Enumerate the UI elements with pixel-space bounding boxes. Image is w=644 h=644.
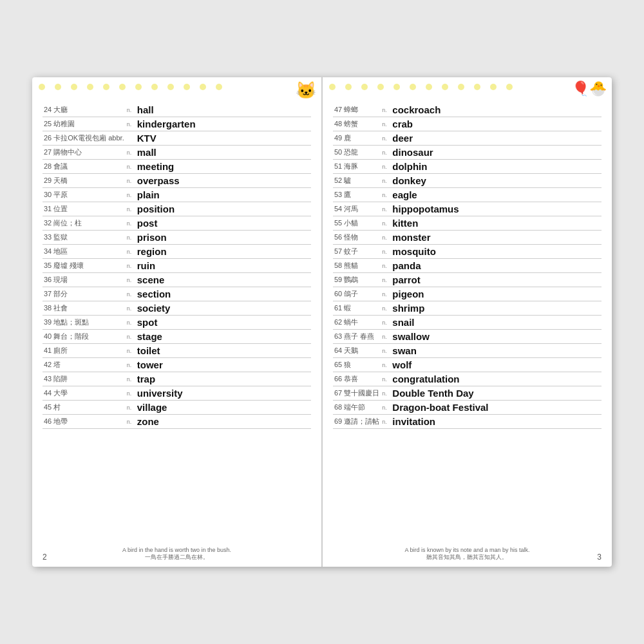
- word-number: 43 陷阱: [43, 372, 126, 386]
- right-word-row: 57 蚊子 n. mosquito: [333, 245, 601, 259]
- right-word-row: 55 小貓 n. kitten: [333, 216, 601, 231]
- word-english: snail: [391, 316, 601, 330]
- word-number: 45 村: [43, 401, 126, 415]
- right-word-row: 68 端午節 n. Dragon-boat Festival: [333, 401, 601, 415]
- word-english: parrot: [391, 273, 601, 287]
- word-type: n.: [381, 316, 391, 330]
- right-word-row: 61 蝦 n. shrimp: [333, 301, 601, 316]
- word-type: n.: [381, 344, 391, 358]
- word-number: 32 崗位；柱: [43, 216, 126, 231]
- word-number: 44 大學: [43, 386, 126, 401]
- word-english: swallow: [391, 330, 601, 344]
- right-page-content: 47 蟑螂 n. cockroach 48 螃蟹 n. crab 49 鹿 n.…: [333, 103, 601, 429]
- word-english: tower: [136, 358, 311, 372]
- page-left: 🐱 24 大廳 n. hall 25 幼稚園 n. kindergarten 2…: [32, 77, 323, 567]
- word-english: stage: [136, 330, 311, 344]
- word-type: n.: [381, 146, 391, 160]
- right-word-row: 62 蝸牛 n. snail: [333, 316, 601, 330]
- word-type: n.: [381, 301, 391, 316]
- word-type: n.: [381, 358, 391, 372]
- word-english: invitation: [391, 415, 601, 429]
- word-number: 35 廢墟 殘壞: [43, 259, 126, 273]
- right-word-row: 56 怪物 n. monster: [333, 231, 601, 245]
- word-type: n.: [126, 188, 136, 202]
- right-word-row: 52 驢 n. donkey: [333, 174, 601, 188]
- word-type: n.: [126, 202, 136, 216]
- word-type: n.: [126, 358, 136, 372]
- word-english: cockroach: [391, 103, 601, 117]
- word-number: 29 天橋: [43, 174, 126, 188]
- svg-point-9: [184, 84, 190, 90]
- word-number: 59 鸚鵡: [333, 273, 381, 287]
- word-number: 38 社會: [43, 301, 126, 316]
- right-word-row: 63 燕子 春燕 n. swallow: [333, 330, 601, 344]
- left-word-row: 45 村 n. village: [43, 401, 311, 415]
- word-type: n.: [126, 273, 136, 287]
- right-word-row: 54 河馬 n. hippopotamus: [333, 202, 601, 216]
- page-right: 🎈🐣 47 蟑螂 n. cockroach 48 螃蟹 n. crab 49 鹿…: [323, 77, 612, 567]
- word-number: 49 鹿: [333, 131, 381, 146]
- word-english: village: [136, 401, 311, 415]
- word-number: 37 部分: [43, 287, 126, 301]
- svg-point-1: [55, 84, 61, 90]
- word-number: 25 幼稚園: [43, 117, 126, 131]
- word-english: position: [136, 202, 311, 216]
- word-english: hippopotamus: [391, 202, 601, 216]
- word-type: n.: [381, 160, 391, 174]
- svg-point-39: [377, 84, 384, 90]
- left-word-row: 40 舞台；階段 n. stage: [43, 330, 311, 344]
- left-word-row: 36 現場 n. scene: [43, 273, 311, 287]
- word-number: 28 會議: [43, 160, 126, 174]
- word-english: Double Tenth Day: [391, 386, 601, 401]
- word-type: n.: [381, 188, 391, 202]
- right-word-row: 65 狼 n. wolf: [333, 358, 601, 372]
- word-english: hall: [136, 103, 311, 117]
- word-english: eagle: [391, 188, 601, 202]
- left-word-row: 43 陷阱 n. trap: [43, 372, 311, 386]
- svg-point-11: [216, 84, 222, 90]
- left-word-row: 25 幼稚園 n. kindergarten: [43, 117, 311, 131]
- word-english: prison: [136, 231, 311, 245]
- svg-point-42: [426, 84, 432, 90]
- word-type: n.: [381, 372, 391, 386]
- right-word-table: 47 蟑螂 n. cockroach 48 螃蟹 n. crab 49 鹿 n.…: [333, 103, 601, 429]
- word-english: plain: [136, 188, 311, 202]
- word-type: n.: [126, 401, 136, 415]
- word-english: swan: [391, 344, 601, 358]
- left-word-table: 24 大廳 n. hall 25 幼稚園 n. kindergarten 26 …: [43, 103, 311, 429]
- left-word-row: 42 塔 n. tower: [43, 358, 311, 372]
- word-number: 63 燕子 春燕: [333, 330, 381, 344]
- right-word-row: 67 雙十國慶日 n. Double Tenth Day: [333, 386, 601, 401]
- word-number: 36 現場: [43, 273, 126, 287]
- word-number: 56 怪物: [333, 231, 381, 245]
- word-english: pigeon: [391, 287, 601, 301]
- right-footer-quote: A bird is known by its note and a man by…: [404, 547, 529, 562]
- word-number: 34 地區: [43, 245, 126, 259]
- word-number: 47 蟑螂: [333, 103, 381, 117]
- word-english: society: [136, 301, 311, 316]
- word-number: 48 螃蟹: [333, 117, 381, 131]
- left-page-number: 2: [43, 553, 47, 562]
- word-english: monster: [391, 231, 601, 245]
- left-word-row: 41 廁所 n. toilet: [43, 344, 311, 358]
- left-word-row: 26 卡拉OK電視包廂 abbr. KTV: [43, 131, 311, 146]
- right-word-row: 64 天鵝 n. swan: [333, 344, 601, 358]
- word-type: n.: [381, 287, 391, 301]
- word-english: post: [136, 216, 311, 231]
- svg-point-40: [393, 84, 400, 90]
- word-type: n.: [381, 131, 391, 146]
- word-number: 68 端午節: [333, 401, 381, 415]
- word-type: n.: [126, 174, 136, 188]
- svg-point-10: [200, 84, 206, 90]
- word-type: n.: [126, 160, 136, 174]
- word-english: meeting: [136, 160, 311, 174]
- word-english: deer: [391, 131, 601, 146]
- svg-point-0: [39, 84, 45, 90]
- left-footer-quote: A bird in the hand is worth two in the b…: [122, 547, 231, 562]
- left-page-content: 24 大廳 n. hall 25 幼稚園 n. kindergarten 26 …: [43, 103, 311, 429]
- left-word-row: 29 天橋 n. overpass: [43, 174, 311, 188]
- left-word-row: 32 崗位；柱 n. post: [43, 216, 311, 231]
- word-english: overpass: [136, 174, 311, 188]
- svg-point-37: [345, 84, 352, 90]
- word-number: 67 雙十國慶日: [333, 386, 381, 401]
